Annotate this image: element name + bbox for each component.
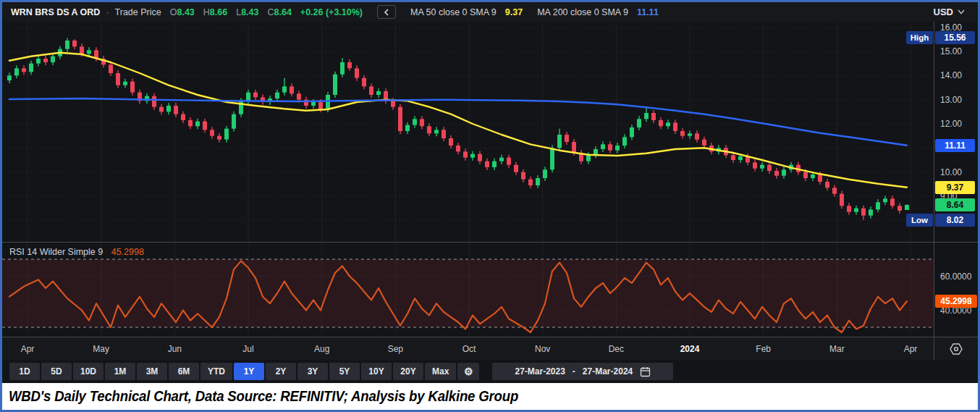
time-axis-label-Apr: Apr [904,344,918,354]
chart-settings-button[interactable]: ⚙ [457,363,479,380]
price-tick-label: 10.00 [940,167,962,177]
range-button-2Y[interactable]: 2Y [266,363,296,380]
price-tick-label: 14.00 [940,70,962,80]
candle-body [116,73,120,85]
range-button-Max[interactable]: Max [425,363,456,380]
time-axis[interactable]: AprMayJunJulAugSepOctNovDec2024FebMarApr [2,337,978,360]
price-badge-8.64: 8.64 [935,198,975,211]
candle-body [572,142,576,153]
price-badge-11.11: 11.11 [935,139,975,152]
currency-dropdown[interactable]: USD [928,5,971,19]
date-range-picker[interactable]: 27-Mar-2023-27-Mar-2024 [492,363,673,380]
date-from: 27-Mar-2023 [515,366,565,377]
candle-body [695,133,699,139]
change-value: +0.26 (+3.10%) [300,7,363,17]
candle-body [557,135,562,148]
candle-body [333,75,337,95]
candle-body [565,135,569,142]
candle-body [65,41,69,49]
candle-body [825,182,829,188]
gear-icon: ⚙ [464,366,473,377]
candle-body [36,59,41,64]
candle-body [29,64,33,72]
candle-body [253,93,258,98]
candle-body [840,194,844,206]
candle-body [166,106,171,112]
range-toolbar: 1D5D10D1M3M6MYTD1Y2Y3Y5Y10Y20YMax⚙27-Mar… [2,360,978,383]
separator-dot: · [106,7,109,17]
candle-body [731,155,735,160]
axis-settings-corner[interactable] [934,337,978,360]
range-button-3M[interactable]: 3M [137,363,167,380]
candle-body [188,120,193,126]
candle-body [782,169,786,175]
time-axis-label-May: May [93,344,109,354]
candle-body [210,130,214,135]
time-axis-label-Dec: Dec [609,344,624,354]
candle-body [818,175,822,182]
candle-body [355,68,359,77]
price-plot-area[interactable] [2,22,934,242]
candle-body [232,114,236,129]
candle-body [318,102,323,109]
candle-body [637,119,641,127]
candle-body [275,93,279,98]
candle-body [601,144,605,149]
candle-body [427,126,431,133]
rsi-axis[interactable]: 60.000040.000045.2998 [934,243,978,337]
high-value: 8.66 [210,7,227,17]
range-button-1M[interactable]: 1M [105,363,135,380]
candle-body [854,209,858,212]
candle-body [181,114,185,120]
time-axis-label-Sep: Sep [388,344,403,354]
range-button-1Y[interactable]: 1Y [234,363,264,380]
calendar-icon [640,366,651,377]
candle-body [456,146,460,151]
range-button-6M[interactable]: 6M [169,363,199,380]
rsi-label: RSI 14 Wilder Simple 9 [9,247,103,257]
candle-body [391,101,395,106]
candle-body [774,171,779,176]
date-dash: - [573,366,575,377]
range-button-10D[interactable]: 10D [73,363,104,380]
candle-body [14,68,19,75]
range-button-10Y[interactable]: 10Y [361,363,392,380]
candle-body [485,161,489,167]
range-button-20Y[interactable]: 20Y [393,363,423,380]
low-tag: Low [906,214,933,227]
price-badge-8.02: 8.02 [935,214,975,227]
range-button-3Y[interactable]: 3Y [297,363,328,380]
candle-body [767,165,772,171]
chart-header: WRN BRS DS A ORD · Trade Price O8.43 H8.… [2,2,978,22]
candle-body [347,62,352,68]
range-button-1D[interactable]: 1D [9,363,40,380]
candle-body [362,78,366,87]
price-axis[interactable]: 16.0015.0014.0013.0012.0010.009.0015.561… [934,22,978,242]
candle-body [499,158,504,161]
range-button-YTD[interactable]: YTD [200,363,232,380]
candle-body [217,136,221,140]
candle-body [890,198,895,206]
candle-body [673,122,677,131]
candle-body [861,209,866,216]
rsi-caption: RSI 14 Wilder Simple 9 45.2998 [9,247,144,257]
candle-body [123,82,127,85]
high-tag: High [906,31,933,44]
candle-body [905,205,909,210]
close-value: 8.64 [274,7,292,17]
range-button-5D[interactable]: 5D [41,363,72,380]
candle-body [152,96,156,107]
hexagon-target-icon [948,341,964,357]
candle-body [87,50,91,54]
collapse-legend-button[interactable] [377,5,396,19]
candle-body [760,165,764,169]
candle-body [43,59,48,62]
price-tick-label: 12.00 [940,119,962,129]
candle-body [897,206,902,211]
candle-body [630,127,634,137]
ma200-value: 11.11 [637,7,659,17]
rsi-pane: RSI 14 Wilder Simple 9 45.2998 60.000040… [2,242,978,337]
time-axis-label-Feb: Feb [756,344,771,354]
series-label: Trade Price [115,7,161,17]
range-button-5Y[interactable]: 5Y [329,363,360,380]
